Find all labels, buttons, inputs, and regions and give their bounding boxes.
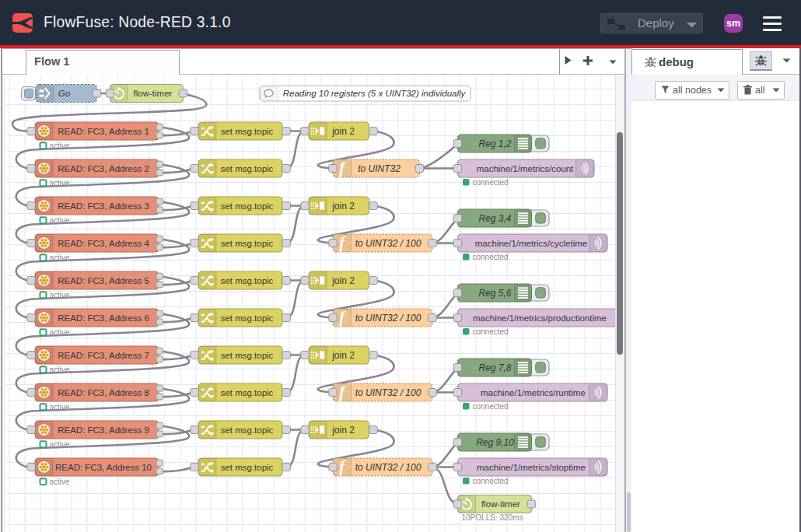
svg-text:set msg.topic: set msg.topic <box>221 201 274 210</box>
svg-text:Reg 7,8: Reg 7,8 <box>478 362 511 373</box>
svg-text:set msg.topic: set msg.topic <box>221 387 274 397</box>
svg-text:active: active <box>50 253 71 261</box>
svg-text:machine/1/metrics/productionti: machine/1/metrics/productiontime <box>473 313 607 322</box>
svg-text:set msg.topic: set msg.topic <box>221 163 274 173</box>
svg-text:active: active <box>50 290 71 299</box>
svg-text:join 2: join 2 <box>331 200 355 211</box>
svg-text:connected: connected <box>473 327 509 336</box>
svg-text:Reg 3,4: Reg 3,4 <box>478 212 511 223</box>
svg-text:Reg 1,2: Reg 1,2 <box>478 138 511 149</box>
svg-text:READ: FC3, Address 5: READ: FC3, Address 5 <box>58 275 149 285</box>
svg-text:active: active <box>50 178 71 187</box>
svg-text:join 2: join 2 <box>331 424 355 435</box>
svg-text:active: active <box>50 215 71 224</box>
svg-text:join 2: join 2 <box>331 125 355 136</box>
svg-text:Go: Go <box>58 89 71 98</box>
svg-text:to UINT32 / 100: to UINT32 / 100 <box>355 312 421 323</box>
svg-text:set msg.topic: set msg.topic <box>221 126 274 135</box>
svg-text:set msg.topic: set msg.topic <box>221 350 274 359</box>
svg-text:active: active <box>50 402 71 411</box>
svg-text:connected: connected <box>473 253 509 261</box>
svg-text:to UINT32 / 100: to UINT32 / 100 <box>355 387 421 397</box>
svg-text:set msg.topic: set msg.topic <box>221 462 274 471</box>
svg-text:set msg.topic: set msg.topic <box>221 275 274 285</box>
svg-text:READ: FC3, Address 2: READ: FC3, Address 2 <box>58 163 149 173</box>
svg-text:Reading 10 registers (5 x UINT: Reading 10 registers (5 x UINT32) indivi… <box>283 89 467 98</box>
svg-text:READ: FC3, Address 9: READ: FC3, Address 9 <box>58 425 149 434</box>
svg-text:active: active <box>50 439 71 448</box>
svg-text:join 2: join 2 <box>331 275 355 285</box>
svg-text:to UINT32 / 100: to UINT32 / 100 <box>355 461 421 472</box>
svg-text:to UINT32: to UINT32 <box>358 163 400 173</box>
svg-text:READ: FC3, Address 7: READ: FC3, Address 7 <box>58 350 149 359</box>
svg-text:active: active <box>50 141 71 149</box>
svg-text:machine/1/metrics/runtime: machine/1/metrics/runtime <box>481 387 586 397</box>
svg-text:flow-timer: flow-timer <box>481 499 520 509</box>
svg-text:flow-timer: flow-timer <box>134 89 173 98</box>
svg-text:Reg 5,6: Reg 5,6 <box>478 287 511 298</box>
svg-text:Reg 9,10: Reg 9,10 <box>476 436 514 447</box>
svg-text:machine/1/metrics/stoptime: machine/1/metrics/stoptime <box>477 462 586 471</box>
svg-text:READ: FC3, Address 10: READ: FC3, Address 10 <box>55 462 152 471</box>
svg-text:to UINT32 / 100: to UINT32 / 100 <box>355 237 421 248</box>
svg-text:10POLLS: 320ms: 10POLLS: 320ms <box>462 513 523 522</box>
svg-text:set msg.topic: set msg.topic <box>221 425 274 434</box>
svg-text:READ: FC3, Address 1: READ: FC3, Address 1 <box>58 126 149 135</box>
svg-text:set msg.topic: set msg.topic <box>221 313 274 322</box>
svg-text:READ: FC3, Address 6: READ: FC3, Address 6 <box>58 313 149 322</box>
svg-text:active: active <box>50 327 71 336</box>
svg-text:join 2: join 2 <box>331 349 355 360</box>
svg-text:machine/1/metrics/cycletime: machine/1/metrics/cycletime <box>475 238 587 247</box>
svg-text:machine/1/metrics/count: machine/1/metrics/count <box>477 163 574 173</box>
svg-text:connected: connected <box>473 477 509 485</box>
svg-text:connected: connected <box>473 178 509 187</box>
svg-text:READ: FC3, Address 8: READ: FC3, Address 8 <box>58 387 149 397</box>
svg-text:connected: connected <box>473 402 509 411</box>
svg-text:READ: FC3, Address 4: READ: FC3, Address 4 <box>58 238 149 247</box>
svg-text:READ: FC3, Address 3: READ: FC3, Address 3 <box>58 201 149 210</box>
svg-text:active: active <box>50 365 71 373</box>
svg-text:set msg.topic: set msg.topic <box>221 238 274 247</box>
svg-text:active: active <box>50 477 71 485</box>
